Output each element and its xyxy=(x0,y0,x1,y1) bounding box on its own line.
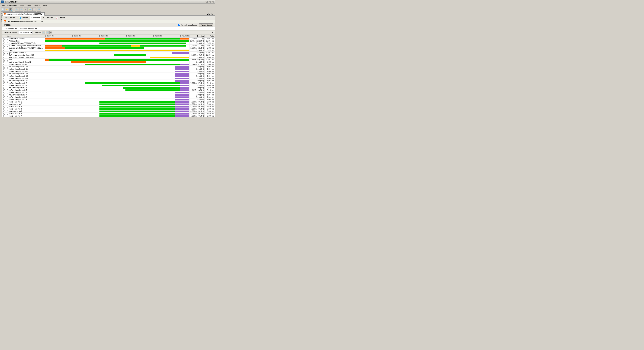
app-tab-close[interactable]: × xyxy=(42,13,44,15)
thread-checkbox[interactable] xyxy=(3,85,5,86)
table-row: nioEventLoopGroup-2-80 ms (0%)1,004 ms xyxy=(2,96,215,98)
thread-checkbox[interactable] xyxy=(3,66,5,68)
minimize-btn[interactable]: _ xyxy=(205,1,208,3)
thread-rows-container[interactable]: AsyncGetter-2-thread-11,005 ms (11.1%)9,… xyxy=(2,37,215,117)
menu-window[interactable]: Window xyxy=(32,4,42,6)
thread-checkbox[interactable] xyxy=(3,99,5,100)
table-row: nioEventLoopGroup-2-120 ms (0%)1,004 ms xyxy=(2,70,215,73)
thread-checkbox[interactable] xyxy=(3,38,5,39)
thread-checkbox[interactable] xyxy=(3,45,5,46)
thread-checkbox[interactable] xyxy=(3,106,5,108)
table-header-area: Name 1:48:40 PM 1:48:42 PM 1:48:44 PM 1:… xyxy=(2,35,215,37)
toolbar-btn4[interactable]: 🔍 xyxy=(15,7,19,11)
thread-checkbox[interactable] xyxy=(3,89,5,91)
sampler-label: Sampler xyxy=(46,17,53,19)
thread-checkbox[interactable] xyxy=(3,54,5,56)
app-tab-main[interactable]: ☕ com.maoudia.tutorial.Application (pid … xyxy=(3,12,44,16)
menu-applications[interactable]: Applications xyxy=(6,4,18,6)
thread-total: 10,057 ms xyxy=(204,40,215,42)
menu-help[interactable]: Help xyxy=(42,4,48,6)
navtab-monitor[interactable]: 📊 Monitor xyxy=(17,16,29,19)
toolbar-btn7[interactable]: 📊 xyxy=(28,7,32,11)
navtab-profiler[interactable]: 📈 Profiler xyxy=(55,16,66,19)
thread-name: nioEventLoopGroup-2-11 xyxy=(6,68,44,70)
thread-timeline xyxy=(44,82,190,84)
thread-timeline xyxy=(44,94,190,96)
table-row: nioEventLoopGroup-2-150 ms (0%)1,004 ms xyxy=(2,77,215,80)
thread-checkbox[interactable] xyxy=(3,87,5,89)
zoom-fit-btn[interactable]: ⊞ xyxy=(50,31,52,34)
table-row: nioEventLoopGroup-2-160 ms (0%)1,004 ms xyxy=(2,80,215,82)
thread-timeline xyxy=(44,108,190,110)
zoom-in-btn[interactable]: 🔍 xyxy=(42,31,45,34)
thread-checkbox[interactable] xyxy=(3,113,5,115)
thread-total: 6,036 ms xyxy=(204,106,215,108)
titlebar-controls[interactable]: _ □ × xyxy=(205,1,214,3)
menu-view[interactable]: View xyxy=(18,4,25,6)
thread-timeline xyxy=(44,110,190,112)
toolbar-btn6[interactable]: ⚙ xyxy=(24,7,28,11)
thread-checkbox[interactable] xyxy=(3,61,5,63)
thread-checkbox[interactable] xyxy=(3,94,5,96)
timeline-close-btn[interactable]: × xyxy=(212,31,213,34)
tab-nav-back[interactable]: ◄ xyxy=(206,13,209,15)
tab-nav-dropdown[interactable]: ▼ xyxy=(211,13,214,15)
thread-running: 0 ms (0%) xyxy=(190,49,204,51)
threads-viz-label[interactable]: Threads visualization xyxy=(178,24,198,26)
menu-tools[interactable]: Tools xyxy=(25,4,32,6)
thread-checkbox[interactable] xyxy=(3,78,5,79)
all-threads-select[interactable]: All Threads xyxy=(18,31,33,34)
thread-checkbox[interactable] xyxy=(3,68,5,70)
thread-checkbox[interactable] xyxy=(3,101,5,103)
menu-file[interactable]: File xyxy=(0,4,6,6)
maximize-btn[interactable]: □ xyxy=(208,1,211,3)
thread-checkbox[interactable] xyxy=(3,52,5,54)
thread-checkbox[interactable] xyxy=(3,115,5,117)
thread-checkbox[interactable] xyxy=(3,64,5,65)
thread-dump-button[interactable]: Thread Dump xyxy=(199,23,213,26)
thread-checkbox[interactable] xyxy=(3,57,5,58)
zoom-out-btn[interactable]: 🔎 xyxy=(46,31,48,34)
thread-checkbox[interactable] xyxy=(3,92,5,93)
thread-name: nioEventLoopGroup-2-4 xyxy=(6,87,44,89)
thread-checkbox[interactable] xyxy=(3,104,5,105)
navtab-threads[interactable]: ≡ Threads xyxy=(30,16,41,20)
toolbar-open-btn[interactable]: 📂 xyxy=(5,7,9,11)
thread-checkbox[interactable] xyxy=(3,40,5,42)
thread-checkbox[interactable] xyxy=(3,111,5,112)
toolbar-new-btn[interactable]: 📄 xyxy=(1,7,5,11)
thread-total: 1,004 ms xyxy=(204,75,215,77)
thread-checkbox[interactable] xyxy=(3,71,5,72)
toolbar-btn9[interactable]: 🔄 xyxy=(37,7,41,11)
toolbar-btn8[interactable]: 📈 xyxy=(32,7,36,11)
thread-checkbox[interactable] xyxy=(3,80,5,82)
tab-nav-forward[interactable]: ► xyxy=(209,13,211,15)
daemon-threads-count: 12 xyxy=(35,28,37,30)
thread-total: 6,036 ms xyxy=(204,108,215,110)
thread-checkbox[interactable] xyxy=(3,47,5,49)
threads-viz-checkbox[interactable] xyxy=(178,24,180,26)
thread-checkbox[interactable] xyxy=(3,108,5,110)
toolbar-btn5[interactable]: 🔎 xyxy=(19,7,23,11)
thread-checkbox[interactable] xyxy=(3,82,5,84)
thread-checkbox[interactable] xyxy=(3,59,5,61)
thread-checkbox[interactable] xyxy=(3,73,5,75)
thread-running: 0 ms (0%) xyxy=(190,96,204,98)
thread-checkbox[interactable] xyxy=(3,96,5,98)
thread-total: 5,019 ms xyxy=(204,89,215,91)
close-btn[interactable]: × xyxy=(211,1,214,3)
time-3: 1:48:46 PM xyxy=(126,35,134,37)
thread-name: nioEventLoopGroup-2-1 xyxy=(6,63,44,65)
thread-running: 0 ms (0%) xyxy=(190,80,204,82)
thread-timeline xyxy=(44,54,190,56)
thread-timeline xyxy=(44,87,190,89)
thread-checkbox[interactable] xyxy=(3,50,5,51)
time-1: 1:48:42 PM xyxy=(72,35,80,37)
navtab-sampler[interactable]: ⏱ Sampler xyxy=(42,16,54,19)
thread-checkbox[interactable] xyxy=(3,42,5,44)
thread-checkbox[interactable] xyxy=(3,75,5,77)
navtab-overview[interactable]: 🖥 Overview xyxy=(4,16,16,19)
sidebar-apps-icon[interactable]: Applications xyxy=(0,13,2,22)
toolbar-save-btn[interactable]: 💾 xyxy=(10,7,14,11)
thread-name: nioEventLoopGroup-2-8 xyxy=(6,96,44,98)
